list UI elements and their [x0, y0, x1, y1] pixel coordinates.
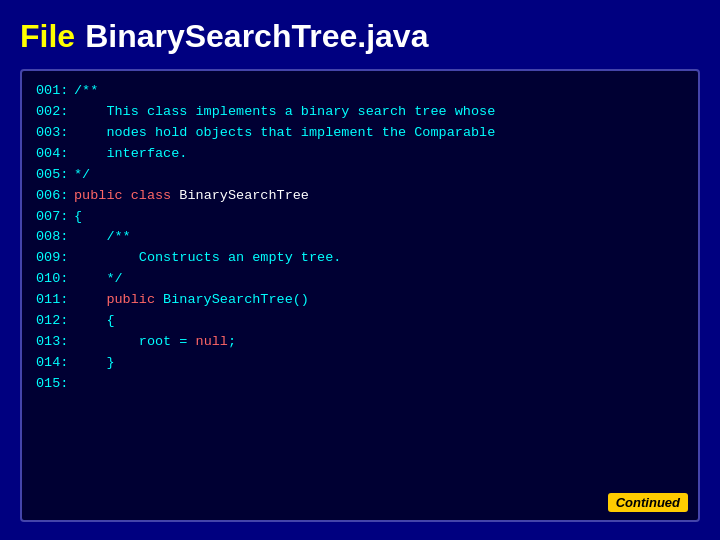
- code-token: {: [74, 207, 82, 228]
- table-row: 010: */: [36, 269, 684, 290]
- code-token: root =: [74, 332, 196, 353]
- table-row: 011: public BinarySearchTree(): [36, 290, 684, 311]
- line-number: 004:: [36, 144, 74, 165]
- code-token: search: [358, 102, 407, 123]
- code-token: */: [74, 269, 123, 290]
- table-row: 007:{: [36, 207, 684, 228]
- code-token: BinarySearchTree(): [155, 290, 309, 311]
- code-token: interface.: [74, 144, 187, 165]
- code-token: /**: [74, 81, 98, 102]
- code-token: null: [196, 332, 228, 353]
- table-row: 004: interface.: [36, 144, 684, 165]
- title-highlight: File: [20, 18, 75, 55]
- code-token: */: [74, 165, 90, 186]
- line-number: 003:: [36, 123, 74, 144]
- code-token: /**: [74, 227, 131, 248]
- code-token: implement the Comparable: [293, 123, 496, 144]
- code-token: BinarySearchTree: [171, 186, 309, 207]
- code-token: tree: [414, 102, 446, 123]
- line-number: 008:: [36, 227, 74, 248]
- code-token: public: [106, 290, 155, 311]
- table-row: 015:: [36, 374, 684, 395]
- code-token: {: [74, 311, 115, 332]
- table-row: 009: Constructs an empty tree.: [36, 248, 684, 269]
- line-number: 005:: [36, 165, 74, 186]
- code-token: class: [131, 186, 172, 207]
- code-token: nodes hold objects: [74, 123, 260, 144]
- code-token: [406, 102, 414, 123]
- line-number: 001:: [36, 81, 74, 102]
- table-row: 008: /**: [36, 227, 684, 248]
- line-number: 015:: [36, 374, 74, 395]
- table-row: 006:public class BinarySearchTree: [36, 186, 684, 207]
- table-row: 005:*/: [36, 165, 684, 186]
- title-rest: BinarySearchTree.java: [85, 18, 428, 55]
- code-token: public: [74, 186, 123, 207]
- line-number: 012:: [36, 311, 74, 332]
- table-row: 012: {: [36, 311, 684, 332]
- line-number: 011:: [36, 290, 74, 311]
- title-bar: File BinarySearchTree.java: [20, 18, 700, 55]
- code-token: }: [74, 353, 115, 374]
- code-token: [74, 290, 106, 311]
- continued-badge: Continued: [608, 493, 688, 512]
- table-row: 003: nodes hold objects that implement t…: [36, 123, 684, 144]
- code-token: whose: [447, 102, 496, 123]
- table-row: 001:/**: [36, 81, 684, 102]
- line-number: 010:: [36, 269, 74, 290]
- table-row: 002: This class implements a binary sear…: [36, 102, 684, 123]
- line-number: 007:: [36, 207, 74, 228]
- code-token: Constructs an empty tree.: [74, 248, 341, 269]
- code-token: ;: [228, 332, 236, 353]
- code-token: [123, 186, 131, 207]
- line-number: 013:: [36, 332, 74, 353]
- table-row: 014: }: [36, 353, 684, 374]
- line-number: 009:: [36, 248, 74, 269]
- code-token: This class implements a binary: [74, 102, 358, 123]
- table-row: 013: root = null;: [36, 332, 684, 353]
- code-box: 001:/**002: This class implements a bina…: [20, 69, 700, 522]
- code-token: that: [260, 123, 292, 144]
- code-lines: 001:/**002: This class implements a bina…: [36, 81, 684, 395]
- slide: File BinarySearchTree.java 001:/**002: T…: [0, 0, 720, 540]
- line-number: 006:: [36, 186, 74, 207]
- line-number: 002:: [36, 102, 74, 123]
- line-number: 014:: [36, 353, 74, 374]
